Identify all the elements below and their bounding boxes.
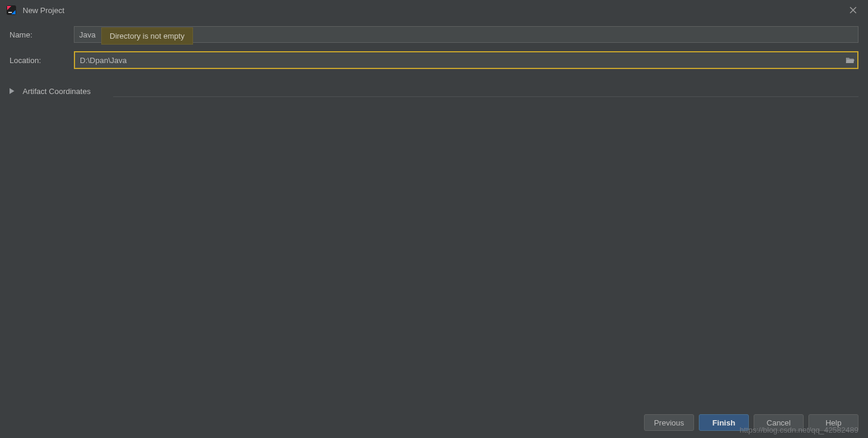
window-title: New Project — [23, 6, 844, 15]
browse-folder-icon[interactable] — [843, 57, 857, 64]
svg-marker-4 — [10, 88, 14, 94]
cancel-button[interactable]: Cancel — [754, 414, 804, 431]
intellij-icon — [6, 5, 17, 15]
button-bar: Previous Finish Cancel Help — [644, 414, 858, 431]
previous-button[interactable]: Previous — [644, 414, 694, 431]
help-button[interactable]: Help — [808, 414, 858, 431]
expand-triangle-icon — [10, 86, 15, 96]
svg-rect-1 — [8, 12, 12, 13]
location-input[interactable] — [75, 52, 843, 68]
close-button[interactable] — [844, 0, 862, 20]
name-label: Name: — [10, 30, 74, 39]
finish-button[interactable]: Finish — [699, 414, 749, 431]
location-input-wrap — [74, 51, 858, 69]
validation-tooltip: Directory is not empty — [101, 27, 193, 45]
location-row: Location: — [10, 51, 858, 69]
titlebar: New Project — [0, 0, 868, 20]
separator — [113, 96, 858, 97]
artifact-coordinates-toggle[interactable]: Artifact Coordinates — [0, 77, 868, 96]
artifact-label: Artifact Coordinates — [23, 87, 91, 96]
location-label: Location: — [10, 56, 74, 65]
